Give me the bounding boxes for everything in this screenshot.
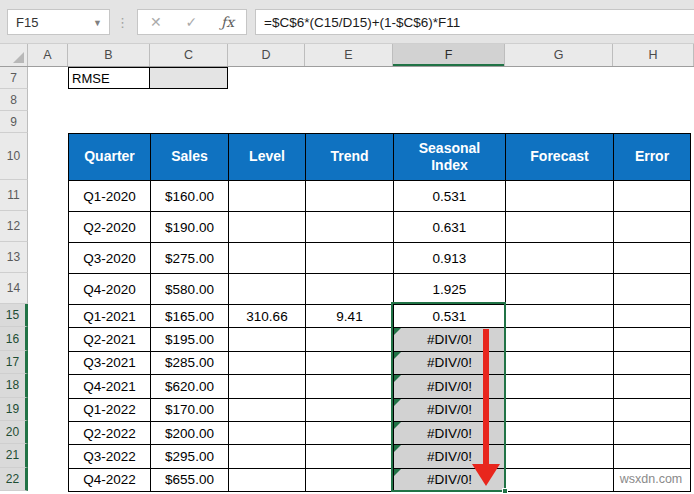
- cell-C17[interactable]: $285.00: [151, 351, 229, 374]
- cell-E15[interactable]: 9.41: [306, 305, 394, 328]
- cell-B21[interactable]: Q3-2022: [69, 445, 151, 468]
- cell-H21[interactable]: [614, 445, 691, 468]
- cell-B19[interactable]: Q1-2022: [69, 398, 151, 421]
- cell-C19[interactable]: $170.00: [151, 398, 229, 421]
- row-header-18[interactable]: 18: [0, 374, 28, 397]
- cell-F15[interactable]: 0.531: [394, 305, 506, 328]
- cell-D17[interactable]: [229, 351, 306, 374]
- cell-E19[interactable]: [306, 398, 394, 421]
- cell-E20[interactable]: [306, 421, 394, 444]
- row-header-16[interactable]: 16: [0, 327, 28, 350]
- row-header-20[interactable]: 20: [0, 421, 28, 444]
- cell-G18[interactable]: [506, 375, 614, 398]
- cell-H17[interactable]: [614, 351, 691, 374]
- row-header-14[interactable]: 14: [0, 273, 28, 304]
- row-header-10[interactable]: 10: [0, 133, 28, 180]
- cell-B12[interactable]: Q2-2020: [69, 212, 151, 243]
- cell-D14[interactable]: [229, 274, 306, 305]
- cell-E17[interactable]: [306, 351, 394, 374]
- cell-E18[interactable]: [306, 375, 394, 398]
- cell-B13[interactable]: Q3-2020: [69, 243, 151, 274]
- cell-B22[interactable]: Q4-2022: [69, 468, 151, 491]
- cell-G11[interactable]: [506, 181, 614, 212]
- cell-B14[interactable]: Q4-2020: [69, 274, 151, 305]
- cell-G20[interactable]: [506, 421, 614, 444]
- column-header-C[interactable]: C: [150, 44, 228, 66]
- cell-C16[interactable]: $195.00: [151, 328, 229, 351]
- cell-C15[interactable]: $165.00: [151, 305, 229, 328]
- column-header-B[interactable]: B: [68, 44, 150, 66]
- cell-E13[interactable]: [306, 243, 394, 274]
- row-header-15[interactable]: 15: [0, 304, 28, 327]
- cell-H13[interactable]: [614, 243, 691, 274]
- row-header-19[interactable]: 19: [0, 398, 28, 421]
- cell-H15[interactable]: [614, 305, 691, 328]
- cell-B11[interactable]: Q1-2020: [69, 181, 151, 212]
- row-header-17[interactable]: 17: [0, 351, 28, 374]
- row-header-11[interactable]: 11: [0, 180, 28, 211]
- cell-D12[interactable]: [229, 212, 306, 243]
- cell-C13[interactable]: $275.00: [151, 243, 229, 274]
- cell-C18[interactable]: $620.00: [151, 375, 229, 398]
- cell-B18[interactable]: Q4-2021: [69, 375, 151, 398]
- cell-F11[interactable]: 0.531: [394, 181, 506, 212]
- cell-D21[interactable]: [229, 445, 306, 468]
- cell-D15[interactable]: 310.66: [229, 305, 306, 328]
- cell-E21[interactable]: [306, 445, 394, 468]
- column-header-F[interactable]: F: [393, 44, 505, 66]
- cell-G14[interactable]: [506, 274, 614, 305]
- cell-H16[interactable]: [614, 328, 691, 351]
- cell-F14[interactable]: 1.925: [394, 274, 506, 305]
- cell-G22[interactable]: [506, 468, 614, 491]
- cell-D16[interactable]: [229, 328, 306, 351]
- cell-H20[interactable]: [614, 421, 691, 444]
- row-header-9[interactable]: 9: [0, 111, 28, 133]
- cell-G12[interactable]: [506, 212, 614, 243]
- select-all-button[interactable]: [0, 44, 28, 66]
- cell-H19[interactable]: [614, 398, 691, 421]
- cell-H11[interactable]: [614, 181, 691, 212]
- cell-C11[interactable]: $160.00: [151, 181, 229, 212]
- cell-H18[interactable]: [614, 375, 691, 398]
- cell-D18[interactable]: [229, 375, 306, 398]
- row-header-22[interactable]: 22: [0, 468, 28, 491]
- cell-G16[interactable]: [506, 328, 614, 351]
- formula-input[interactable]: =$C$6*(C15/D15)+(1-$C$6)*F11: [255, 9, 694, 35]
- cell-D20[interactable]: [229, 421, 306, 444]
- cell-D22[interactable]: [229, 468, 306, 491]
- cell-E16[interactable]: [306, 328, 394, 351]
- cell-D19[interactable]: [229, 398, 306, 421]
- cell-F12[interactable]: 0.631: [394, 212, 506, 243]
- name-box[interactable]: F15 ▼: [7, 9, 110, 35]
- cell-B16[interactable]: Q2-2021: [69, 328, 151, 351]
- row-header-12[interactable]: 12: [0, 211, 28, 242]
- column-header-D[interactable]: D: [228, 44, 305, 66]
- cell-C20[interactable]: $200.00: [151, 421, 229, 444]
- chevron-down-icon[interactable]: ▼: [93, 18, 102, 28]
- cancel-icon[interactable]: ✕: [150, 14, 162, 30]
- cell-G13[interactable]: [506, 243, 614, 274]
- cell-E22[interactable]: [306, 468, 394, 491]
- cell-G19[interactable]: [506, 398, 614, 421]
- row-header-13[interactable]: 13: [0, 242, 28, 273]
- column-header-A[interactable]: A: [28, 44, 68, 66]
- cell-G21[interactable]: [506, 445, 614, 468]
- cell-H12[interactable]: [614, 212, 691, 243]
- column-header-H[interactable]: H: [613, 44, 694, 66]
- cell-C12[interactable]: $190.00: [151, 212, 229, 243]
- row-header-8[interactable]: 8: [0, 89, 28, 111]
- cell-B17[interactable]: Q3-2021: [69, 351, 151, 374]
- cell-D11[interactable]: [229, 181, 306, 212]
- cell-B15[interactable]: Q1-2021: [69, 305, 151, 328]
- cell-B20[interactable]: Q2-2022: [69, 421, 151, 444]
- column-header-G[interactable]: G: [505, 44, 613, 66]
- cell-B7[interactable]: RMSE: [68, 67, 150, 89]
- fill-handle[interactable]: [502, 488, 508, 494]
- cell-E12[interactable]: [306, 212, 394, 243]
- cell-G17[interactable]: [506, 351, 614, 374]
- cell-C21[interactable]: $295.00: [151, 445, 229, 468]
- cell-G15[interactable]: [506, 305, 614, 328]
- cell-C22[interactable]: $655.00: [151, 468, 229, 491]
- insert-function-icon[interactable]: ƒx: [221, 14, 234, 30]
- row-header-21[interactable]: 21: [0, 444, 28, 467]
